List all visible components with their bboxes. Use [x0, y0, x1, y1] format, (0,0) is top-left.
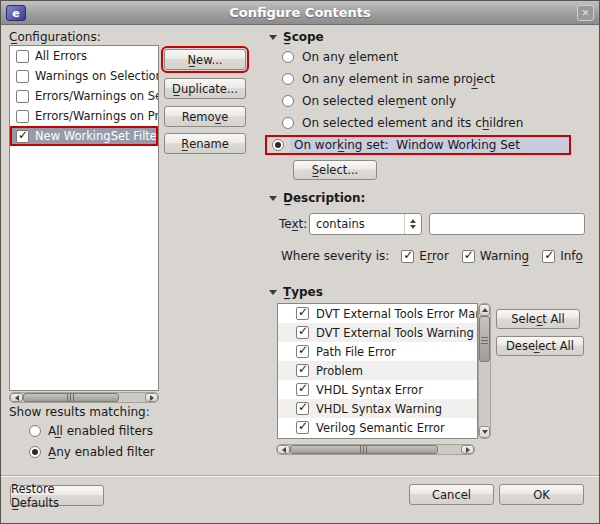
checkbox-icon[interactable] — [462, 250, 475, 263]
scroll-right-icon[interactable] — [145, 393, 158, 402]
checkbox-icon[interactable] — [296, 326, 309, 339]
types-header[interactable]: T̲ypes — [269, 285, 323, 299]
restore-defaults-button[interactable]: Restore D̲efaults — [10, 485, 104, 506]
duplicate-button[interactable]: D̲uplicate... — [164, 78, 246, 99]
configuration-row[interactable]: New WorkingSet Filter — [10, 126, 158, 146]
configuration-row[interactable]: All Errors — [10, 46, 158, 66]
checkbox-icon[interactable] — [401, 250, 414, 263]
scope-options: On any e̲lement On any element in same p… — [269, 49, 571, 153]
checkbox-icon[interactable] — [296, 345, 309, 358]
types-hscrollbar[interactable] — [276, 444, 475, 455]
eclipse-app-icon: e — [6, 5, 26, 21]
collapse-triangle-icon[interactable] — [269, 196, 277, 201]
configuration-row[interactable]: Errors/Warnings on Proj — [10, 106, 158, 126]
type-row[interactable]: VHDL Syntax Error — [278, 380, 477, 399]
collapse-triangle-icon[interactable] — [269, 35, 277, 40]
scrollbar-track[interactable] — [119, 393, 145, 402]
radio-icon[interactable] — [29, 425, 41, 437]
scope-option[interactable]: On selected element and its ch̲ildren — [269, 115, 571, 131]
scope-option-label: On work̲ing set: Window Working Set — [290, 137, 569, 153]
checkbox-icon[interactable] — [16, 70, 29, 83]
scope-header[interactable]: S̲cope — [269, 30, 324, 44]
type-label: VHDL Syntax Warning — [316, 402, 442, 416]
severity-option[interactable]: Er̲ror — [401, 249, 448, 263]
checkbox-icon[interactable] — [542, 250, 555, 263]
checkbox-icon[interactable] — [296, 307, 309, 320]
radio-icon[interactable] — [282, 51, 294, 63]
checkbox-icon[interactable] — [296, 364, 309, 377]
select-working-set-button[interactable]: S̲elect... — [293, 160, 377, 180]
close-icon[interactable]: ✕ — [577, 5, 594, 21]
radio-icon[interactable] — [29, 446, 41, 458]
configuration-row[interactable]: Warnings on Selection — [10, 66, 158, 86]
scroll-left-icon[interactable] — [10, 393, 23, 402]
checkbox-icon[interactable] — [16, 50, 29, 63]
severity-option-label: Info̲ — [560, 249, 583, 263]
type-label: DVT External Tools Error Mark — [316, 307, 477, 321]
match-option[interactable]: Al̲l enabled filters — [29, 423, 155, 438]
type-row[interactable]: DVT External Tools Error Mark — [278, 304, 477, 323]
type-label: Verilog Semantic Error — [316, 421, 445, 435]
type-row[interactable]: VHDL Syntax Warning — [278, 399, 477, 418]
remove-button[interactable]: Remov̲e — [164, 106, 246, 127]
configurations-label: C̲onfigurations: — [9, 30, 101, 44]
collapse-triangle-icon[interactable] — [269, 290, 277, 295]
radio-icon[interactable] — [282, 117, 294, 129]
cancel-button[interactable]: Cancel — [409, 484, 494, 505]
configuration-row[interactable]: Errors/Warnings on Sele — [10, 86, 158, 106]
severity-option[interactable]: Warning̲ — [462, 249, 529, 263]
select-all-button[interactable]: Selec̲t All — [496, 309, 580, 329]
scrollbar-thumb[interactable] — [479, 316, 490, 362]
radio-icon[interactable] — [272, 139, 284, 151]
deselect-all-button[interactable]: Desel̲ect All — [496, 336, 584, 356]
type-label: Path File Error — [316, 345, 396, 359]
severity-option[interactable]: Info̲ — [542, 249, 583, 263]
configuration-label: Errors/Warnings on Sele — [35, 89, 158, 103]
severity-option-label: Warning̲ — [480, 249, 529, 263]
configurations-hscrollbar[interactable] — [9, 392, 159, 403]
ok-button[interactable]: OK — [499, 484, 584, 505]
scrollbar-thumb[interactable] — [23, 393, 119, 402]
severity-option-label: Er̲ror — [419, 249, 448, 263]
scope-option[interactable]: On work̲ing set: Window Working Set — [265, 135, 571, 155]
checkbox-icon[interactable] — [296, 383, 309, 396]
type-row[interactable]: Problem — [278, 361, 477, 380]
new-button[interactable]: N̲ew... — [164, 49, 246, 70]
type-row[interactable]: DVT External Tools Warning M — [278, 323, 477, 342]
radio-icon[interactable] — [282, 95, 294, 107]
checkbox-icon[interactable] — [16, 110, 29, 123]
scroll-up-icon[interactable] — [479, 304, 490, 316]
scope-option[interactable]: On any e̲lement — [269, 49, 571, 65]
configuration-label: All Errors — [35, 49, 87, 63]
checkbox-icon[interactable] — [16, 130, 29, 143]
match-option[interactable]: A̲ny enabled filter — [29, 444, 155, 459]
scroll-down-icon[interactable] — [479, 426, 490, 438]
scope-option-label: On selected element and its ch̲ildren — [302, 116, 523, 130]
dropdown-spinner-icon[interactable] — [404, 214, 421, 234]
scope-option[interactable]: On selected elem̲ent only — [269, 93, 571, 109]
description-header[interactable]: D̲escription: — [269, 191, 365, 205]
scrollbar-track[interactable] — [479, 362, 490, 426]
scrollbar-thumb[interactable] — [290, 445, 438, 454]
scrollbar-track[interactable] — [438, 445, 461, 454]
type-label: DVT External Tools Warning M — [316, 326, 477, 340]
types-header-label: T̲ypes — [283, 285, 323, 299]
scroll-right-icon[interactable] — [461, 445, 474, 454]
radio-icon[interactable] — [282, 73, 294, 85]
configurations-list[interactable]: All Errors Warnings on Selection Errors/… — [9, 45, 159, 391]
types-list[interactable]: DVT External Tools Error Mark DVT Extern… — [277, 303, 478, 439]
scope-option-label: On any e̲lement — [302, 50, 398, 64]
rename-button[interactable]: R̲ename — [164, 133, 246, 154]
scroll-left-icon[interactable] — [277, 445, 290, 454]
contains-dropdown[interactable]: contains — [309, 213, 422, 235]
checkbox-icon[interactable] — [296, 421, 309, 434]
type-row[interactable]: Path File Error — [278, 342, 477, 361]
checkbox-icon[interactable] — [16, 90, 29, 103]
scope-option-label: On any element in same proj̲ect — [302, 72, 495, 86]
window-title: Configure Contents — [1, 5, 599, 20]
scope-option[interactable]: On any element in same proj̲ect — [269, 71, 571, 87]
type-row[interactable]: Verilog Semantic Error — [278, 418, 477, 437]
description-text-input[interactable] — [429, 213, 585, 235]
checkbox-icon[interactable] — [296, 402, 309, 415]
types-vscrollbar[interactable] — [478, 303, 491, 439]
